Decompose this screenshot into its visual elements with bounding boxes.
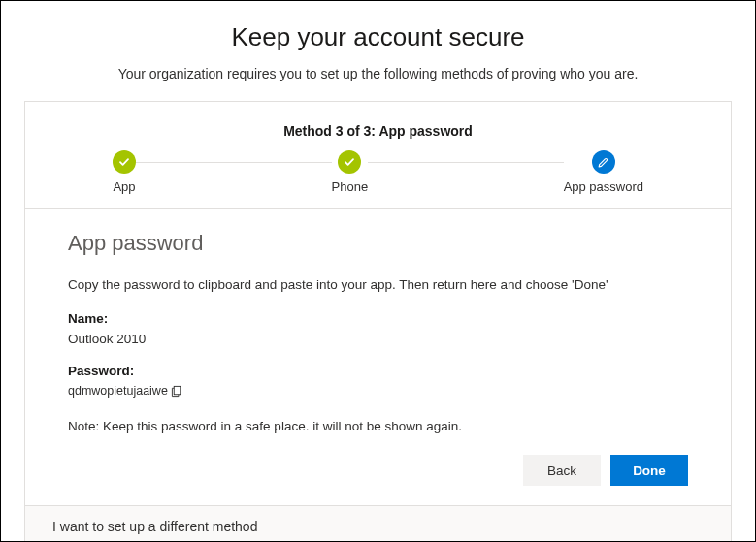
copy-button[interactable] xyxy=(171,385,183,398)
alt-method-link[interactable]: I want to set up a different method xyxy=(24,506,732,542)
method-step-title: Method 3 of 3: App password xyxy=(25,102,731,150)
password-label: Password: xyxy=(68,364,688,378)
page-subtitle: Your organization requires you to set up… xyxy=(1,66,755,81)
connector xyxy=(368,162,564,163)
password-row: qdmwopietujaaiwe xyxy=(68,384,688,398)
step-phone: Phone xyxy=(332,150,369,194)
step-app-password: App password xyxy=(564,150,643,194)
step-label: Phone xyxy=(332,179,369,194)
svg-rect-0 xyxy=(174,386,181,394)
instruction-text: Copy the password to clipboard and paste… xyxy=(68,277,688,292)
stepper: App Phone App password xyxy=(25,150,731,209)
note-text: Note: Keep this password in a safe place… xyxy=(68,419,688,433)
page-title: Keep your account secure xyxy=(1,22,755,52)
step-label: App password xyxy=(564,179,643,194)
connector xyxy=(136,162,332,163)
checkmark-icon xyxy=(338,150,361,174)
copy-icon xyxy=(171,385,183,398)
step-app: App xyxy=(113,150,136,194)
done-button[interactable]: Done xyxy=(610,455,688,486)
name-value: Outlook 2010 xyxy=(68,332,688,346)
pencil-icon xyxy=(592,150,615,174)
action-buttons: Back Done xyxy=(68,455,688,490)
checkmark-icon xyxy=(113,150,136,174)
step-label: App xyxy=(113,179,135,194)
password-value: qdmwopietujaaiwe xyxy=(68,384,168,398)
setup-card: Method 3 of 3: App password App Phone Ap… xyxy=(24,101,732,506)
name-label: Name: xyxy=(68,311,688,326)
back-button[interactable]: Back xyxy=(523,455,601,486)
content-area: App password Copy the password to clipbo… xyxy=(25,209,731,505)
section-heading: App password xyxy=(68,231,688,256)
